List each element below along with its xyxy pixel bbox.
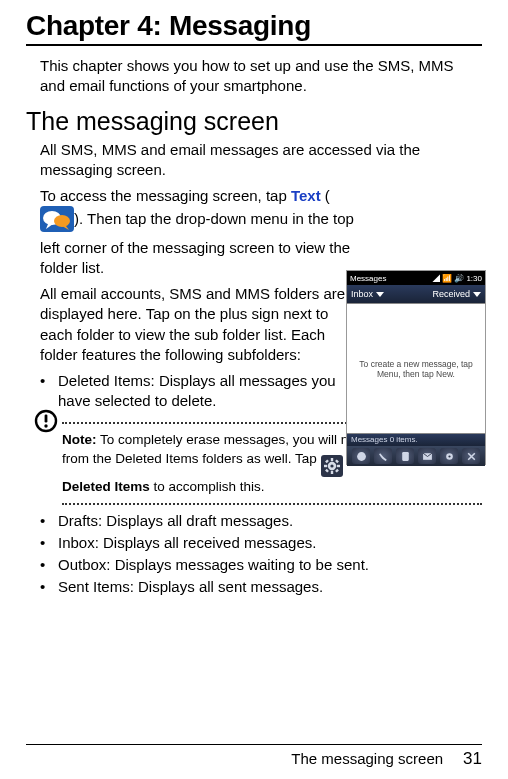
svg-rect-10: [324, 465, 327, 467]
svg-point-17: [357, 452, 366, 461]
list-item: Inbox: Displays all received messages.: [40, 533, 482, 553]
section-body-3: All email accounts, SMS and MMS folders …: [40, 284, 364, 365]
section-body-1: All SMS, MMS and email messages are acce…: [40, 140, 482, 181]
inbox-dropdown-label: Inbox: [351, 289, 373, 299]
chevron-down-icon: [376, 292, 384, 297]
inbox-dropdown[interactable]: Inbox: [351, 289, 384, 299]
svg-rect-18: [402, 452, 409, 461]
note-label: Note:: [62, 432, 97, 447]
footer-rule: [26, 744, 482, 745]
wifi-icon: 📶: [442, 274, 452, 283]
gear-icon[interactable]: [440, 448, 458, 464]
mail-icon[interactable]: [418, 448, 436, 464]
footer-section-name: The messaging screen: [291, 750, 443, 767]
phone-status-line: Messages 0 items.: [347, 434, 485, 446]
messaging-app-icon: [40, 206, 74, 237]
svg-point-16: [330, 464, 333, 467]
paren-open: (: [321, 187, 330, 204]
phone-icon[interactable]: [374, 448, 392, 464]
list-item: Drafts: Displays all draft messages.: [40, 511, 482, 531]
contacts-icon[interactable]: [396, 448, 414, 464]
phone-screenshot: Messages 📶 🔊 1:30 Inbox Received To crea…: [346, 270, 486, 465]
volume-icon: 🔊: [454, 274, 464, 283]
start-icon[interactable]: [352, 448, 370, 464]
phone-app-title: Messages: [350, 274, 386, 283]
page-number: 31: [463, 749, 482, 769]
svg-rect-11: [336, 465, 339, 467]
chapter-intro: This chapter shows you how to set up and…: [40, 56, 482, 97]
svg-rect-8: [330, 458, 332, 461]
phone-statusbar: Messages 📶 🔊 1:30: [347, 271, 485, 285]
svg-rect-9: [330, 471, 332, 474]
dotted-rule: [62, 503, 482, 505]
chevron-down-icon: [473, 292, 481, 297]
empty-state-text: To create a new message, tap Menu, then …: [353, 359, 479, 379]
clock-text: 1:30: [466, 274, 482, 283]
subfolder-list-b: Drafts: Displays all draft messages. Inb…: [40, 511, 482, 598]
svg-point-2: [54, 215, 70, 227]
phone-status-icons: 📶 🔊 1:30: [432, 274, 482, 283]
list-item: Outbox: Displays messages waiting to be …: [40, 555, 482, 575]
list-item: Sent Items: Displays all sent messages.: [40, 577, 482, 597]
sort-dropdown-label: Received: [432, 289, 470, 299]
page-footer: The messaging screen 31: [291, 749, 482, 769]
section-heading: The messaging screen: [26, 107, 482, 136]
signal-icon: [432, 274, 440, 282]
phone-bottom-bar: [347, 446, 485, 466]
phone-toolbar: Inbox Received: [347, 285, 485, 303]
text-fragment: To access the messaging screen, tap: [40, 187, 291, 204]
svg-point-5: [44, 424, 47, 427]
section-body-2: To access the messaging screen, tap Text…: [40, 186, 360, 278]
text-link: Text: [291, 187, 321, 204]
sort-dropdown[interactable]: Received: [432, 289, 481, 299]
alert-icon: [34, 409, 58, 437]
phone-message-area: To create a new message, tap Menu, then …: [347, 303, 485, 434]
svg-rect-4: [45, 414, 48, 422]
note-fragment: to accomplish this.: [150, 479, 265, 494]
list-item: Deleted Items: Displays all messages you…: [40, 371, 350, 412]
text-fragment: ). Then tap the drop-down menu in the to…: [40, 210, 354, 276]
close-icon[interactable]: [462, 448, 480, 464]
chapter-title: Chapter 4: Messaging: [26, 10, 482, 42]
gear-icon: [321, 455, 343, 477]
svg-point-21: [448, 455, 450, 457]
chapter-rule: [26, 44, 482, 46]
